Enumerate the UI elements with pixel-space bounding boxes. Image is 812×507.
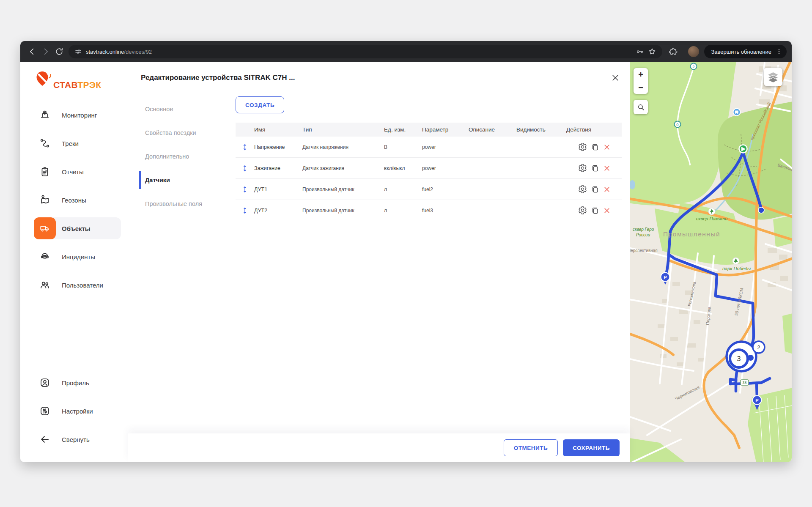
tab-datchiki[interactable]: Датчики xyxy=(128,168,236,192)
sensor-param: power xyxy=(422,165,469,171)
address-bar[interactable]: stavtrack.online/devices/92 xyxy=(69,45,662,58)
logo: СТАВТРЭК xyxy=(35,69,101,91)
sidebar-item-label: Мониторинг xyxy=(62,112,97,119)
reload-button[interactable] xyxy=(52,45,66,58)
map-search-button[interactable] xyxy=(634,100,648,114)
sensor-settings-button[interactable] xyxy=(578,164,587,173)
sensor-param: fuel3 xyxy=(422,208,469,214)
profile-avatar[interactable] xyxy=(688,46,699,57)
sensor-name: Зажигание xyxy=(254,165,302,171)
drag-handle[interactable] xyxy=(236,186,254,193)
finish-update-button[interactable]: Завершить обновление xyxy=(704,45,787,58)
map-layers-button[interactable] xyxy=(764,68,782,86)
sidebar-item-label: Свернуть xyxy=(62,436,90,443)
header-cell: Имя xyxy=(254,126,302,133)
sensor-copy-button[interactable] xyxy=(591,143,599,151)
sidebar-item-label: Инциденты xyxy=(62,253,95,260)
tab-dopolnitelno[interactable]: Дополнительно xyxy=(128,145,236,168)
cluster-marker-small[interactable]: 2 xyxy=(753,341,765,353)
sidebar-item-users[interactable]: Пользователи xyxy=(34,274,121,296)
sidebar-collapse-button[interactable]: Свернуть xyxy=(34,428,121,450)
sensor-delete-button[interactable] xyxy=(603,207,611,214)
sensor-type: Датчик зажигания xyxy=(302,165,384,171)
sidebar-item-label: Отчеты xyxy=(62,168,84,175)
sidebar-item-settings[interactable]: Настройки xyxy=(34,400,121,422)
create-button[interactable]: СОЗДАТЬ xyxy=(236,96,284,113)
sensor-delete-button[interactable] xyxy=(603,164,611,172)
track-start-marker[interactable] xyxy=(739,145,747,153)
cluster-marker-big[interactable]: 3 xyxy=(727,342,756,371)
sensor-name: Напряжение xyxy=(254,144,302,150)
header-cell: Видимость xyxy=(516,126,566,133)
route-node-marker[interactable] xyxy=(758,207,764,213)
row-actions xyxy=(566,164,622,173)
logo-part2: ТРЭК xyxy=(77,80,101,90)
kebab-menu-icon[interactable] xyxy=(776,48,782,55)
drag-handle[interactable] xyxy=(236,207,254,214)
back-button[interactable] xyxy=(25,45,39,58)
layers-icon xyxy=(767,71,779,83)
svg-text:России: России xyxy=(636,233,650,237)
forward-button[interactable] xyxy=(39,45,52,58)
device-tabs: Основное Свойства поездки Дополнительно … xyxy=(128,97,236,216)
table-row: ДУТ2 Произвольный датчик л fuel3 xyxy=(236,200,622,221)
modal-footer: ОТМЕНИТЬ СОХРАНИТЬ xyxy=(128,433,630,462)
cancel-button[interactable]: ОТМЕНИТЬ xyxy=(504,439,558,456)
zoom-out-button[interactable]: − xyxy=(634,81,648,94)
sensor-settings-button[interactable] xyxy=(578,206,587,215)
zoom-in-button[interactable]: + xyxy=(634,68,648,81)
sensor-type: Датчик напряжения xyxy=(302,144,384,150)
drag-handle[interactable] xyxy=(236,164,254,172)
site-settings-icon[interactable] xyxy=(74,48,82,55)
sensor-type: Произвольный датчик xyxy=(302,186,384,192)
sidebar-item-reports[interactable]: Отчеты xyxy=(34,161,121,183)
sidebar-item-monitoring[interactable]: Мониторинг xyxy=(34,104,121,126)
sensor-copy-button[interactable] xyxy=(591,206,599,215)
header-cell: Тип xyxy=(302,126,384,133)
logo-text: СТАВТРЭК xyxy=(53,80,101,89)
map-canvas[interactable]: 2 0 xyxy=(630,62,792,462)
extensions-button[interactable] xyxy=(667,45,680,58)
sensor-copy-button[interactable] xyxy=(591,185,599,194)
password-key-icon[interactable] xyxy=(636,47,644,56)
tab-svoystva-poezdki[interactable]: Свойства поездки xyxy=(128,121,236,145)
table-row: ДУТ1 Произвольный датчик л fuel2 xyxy=(236,179,622,200)
bookmark-star-icon[interactable] xyxy=(648,47,656,56)
logo-part1: СТАВ xyxy=(53,80,77,90)
svg-text:сквер Геро: сквер Геро xyxy=(633,227,654,232)
forward-icon xyxy=(41,47,50,56)
row-actions xyxy=(566,206,622,215)
sensors-table: Имя Тип Ед. изм. Параметр Описание Видим… xyxy=(236,123,622,221)
sensor-unit: л xyxy=(384,186,422,192)
back-icon xyxy=(27,47,37,56)
tab-osnovnoe[interactable]: Основное xyxy=(128,97,236,121)
sidebar-item-objects[interactable]: Объекты xyxy=(34,217,121,239)
sidebar-bottom: Профиль Настройки Свернуть xyxy=(34,372,121,457)
sensor-copy-button[interactable] xyxy=(591,164,599,173)
sensor-delete-button[interactable] xyxy=(603,186,611,193)
sidebar-item-label: Пользователи xyxy=(62,282,103,289)
url-path: /devices/92 xyxy=(124,49,152,55)
browser-window: stavtrack.online/devices/92 Завершить об… xyxy=(20,41,792,462)
sensor-settings-button[interactable] xyxy=(578,143,587,151)
finish-update-label: Завершить обновление xyxy=(711,49,771,55)
sensor-delete-button[interactable] xyxy=(603,143,611,151)
save-button[interactable]: СОХРАНИТЬ xyxy=(563,439,620,456)
sidebar-item-tracks[interactable]: Треки xyxy=(34,132,121,154)
tab-proizvolnye-polya[interactable]: Произвольные поля xyxy=(128,192,236,216)
tracks-icon xyxy=(34,132,56,154)
incidents-icon xyxy=(34,246,56,268)
sidebar-item-incidents[interactable]: Инциденты xyxy=(34,246,121,268)
table-header-row: Имя Тип Ед. изм. Параметр Описание Видим… xyxy=(236,123,622,137)
header-cell: Действия xyxy=(566,126,622,133)
sensor-settings-button[interactable] xyxy=(578,185,587,194)
sidebar-item-geozones[interactable]: Геозоны xyxy=(34,189,121,211)
objects-truck-icon xyxy=(34,217,56,239)
sensor-name: ДУТ2 xyxy=(254,208,302,214)
collapse-arrow-icon xyxy=(34,428,56,450)
settings-icon xyxy=(34,400,56,422)
map-panel[interactable]: 2 0 xyxy=(630,62,792,462)
road-shield: 38 xyxy=(741,380,749,385)
drag-handle[interactable] xyxy=(236,143,254,151)
sidebar-item-profile[interactable]: Профиль xyxy=(34,372,121,394)
